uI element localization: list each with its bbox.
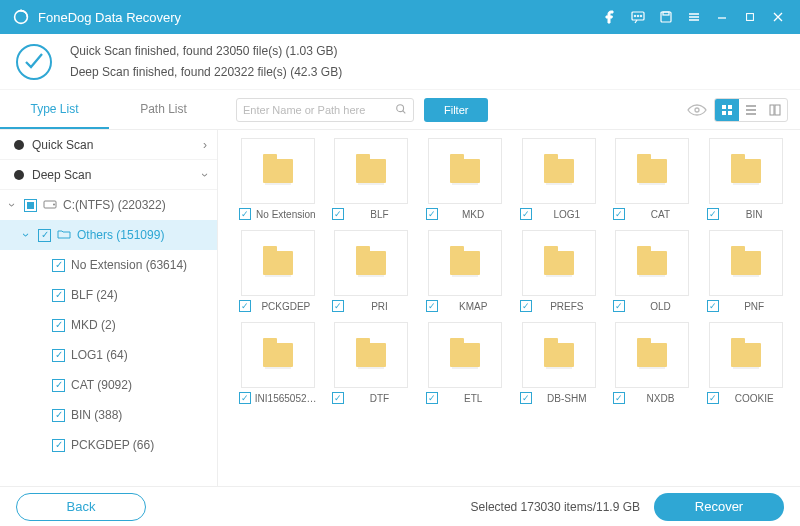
tree-item[interactable]: LOG1 (64) (0, 340, 217, 370)
folder-thumbnail[interactable] (709, 138, 783, 204)
checkbox[interactable] (332, 392, 344, 404)
checkbox[interactable] (613, 300, 625, 312)
folder-thumbnail[interactable] (522, 138, 596, 204)
checkbox[interactable] (52, 409, 65, 422)
checkbox[interactable] (426, 300, 438, 312)
search-box[interactable] (236, 98, 414, 122)
grid-item[interactable]: PREFS (517, 230, 601, 312)
grid-item[interactable]: PNF (704, 230, 788, 312)
grid-item[interactable]: DTF (330, 322, 414, 404)
tree-item[interactable]: MKD (2) (0, 310, 217, 340)
tree-others[interactable]: › Others (151099) (0, 220, 217, 250)
minimize-icon[interactable] (708, 3, 736, 31)
grid-item-label: CAT (629, 209, 691, 220)
folder-thumbnail[interactable] (615, 230, 689, 296)
sidebar-deep-scan[interactable]: Deep Scan › (0, 160, 217, 190)
grid-item[interactable]: PCKGDEP (236, 230, 320, 312)
checkbox[interactable] (520, 300, 532, 312)
grid-item[interactable]: PRI (330, 230, 414, 312)
grid-item-label: DB-SHM (536, 393, 598, 404)
folder-thumbnail[interactable] (241, 230, 315, 296)
search-input[interactable] (243, 104, 395, 116)
checkbox[interactable] (52, 349, 65, 362)
tab-type-list[interactable]: Type List (0, 90, 109, 129)
folder-thumbnail[interactable] (241, 322, 315, 388)
folder-thumbnail[interactable] (334, 322, 408, 388)
checkbox[interactable] (239, 300, 251, 312)
grid-item[interactable]: No Extension (236, 138, 320, 220)
view-grid-icon[interactable] (715, 99, 739, 121)
checkbox[interactable] (332, 208, 344, 220)
folder-thumbnail[interactable] (709, 322, 783, 388)
folder-thumbnail[interactable] (428, 322, 502, 388)
checkbox[interactable] (332, 300, 344, 312)
checkbox[interactable] (707, 392, 719, 404)
grid-item[interactable]: MKD (423, 138, 507, 220)
folder-thumbnail[interactable] (241, 138, 315, 204)
folder-thumbnail[interactable] (522, 230, 596, 296)
grid-item[interactable]: COOKIE (704, 322, 788, 404)
folder-icon (263, 343, 293, 367)
folder-thumbnail[interactable] (334, 230, 408, 296)
grid-item[interactable]: ETL (423, 322, 507, 404)
checkbox[interactable] (426, 392, 438, 404)
checkbox[interactable] (520, 208, 532, 220)
grid-item[interactable]: BLF (330, 138, 414, 220)
grid-item-label: PREFS (536, 301, 598, 312)
folder-thumbnail[interactable] (709, 230, 783, 296)
folder-thumbnail[interactable] (428, 230, 502, 296)
grid-item[interactable]: INI1565052569 (236, 322, 320, 404)
grid-item[interactable]: KMAP (423, 230, 507, 312)
checkbox[interactable] (239, 392, 251, 404)
grid-item[interactable]: BIN (704, 138, 788, 220)
tree-item[interactable]: No Extension (63614) (0, 250, 217, 280)
save-icon[interactable] (652, 3, 680, 31)
tree-item[interactable]: BLF (24) (0, 280, 217, 310)
checkbox[interactable] (613, 208, 625, 220)
checkbox[interactable] (426, 208, 438, 220)
checkbox[interactable] (613, 392, 625, 404)
checkbox[interactable] (52, 379, 65, 392)
checkbox[interactable] (520, 392, 532, 404)
checkbox[interactable] (38, 229, 51, 242)
back-button[interactable]: Back (16, 493, 146, 521)
tree-label: BIN (388) (71, 408, 122, 422)
folder-thumbnail[interactable] (334, 138, 408, 204)
maximize-icon[interactable] (736, 3, 764, 31)
grid-item[interactable]: DB-SHM (517, 322, 601, 404)
folder-thumbnail[interactable] (615, 322, 689, 388)
close-icon[interactable] (764, 3, 792, 31)
search-icon[interactable] (395, 101, 407, 119)
checkbox[interactable] (707, 300, 719, 312)
checkbox[interactable] (52, 259, 65, 272)
view-list-icon[interactable] (739, 99, 763, 121)
tab-path-list[interactable]: Path List (109, 90, 218, 129)
tree-drive[interactable]: › C:(NTFS) (220322) (0, 190, 217, 220)
svg-point-11 (695, 108, 699, 112)
grid-item[interactable]: OLD (611, 230, 695, 312)
view-detail-icon[interactable] (763, 99, 787, 121)
folder-thumbnail[interactable] (522, 322, 596, 388)
tree-item[interactable]: PCKGDEP (66) (0, 430, 217, 460)
checkbox[interactable] (24, 199, 37, 212)
preview-eye-icon[interactable] (686, 99, 708, 121)
filter-button[interactable]: Filter (424, 98, 488, 122)
checkbox[interactable] (239, 208, 251, 220)
checkbox[interactable] (52, 289, 65, 302)
folder-thumbnail[interactable] (615, 138, 689, 204)
grid-item[interactable]: CAT (611, 138, 695, 220)
tree-item[interactable]: BIN (388) (0, 400, 217, 430)
grid-item-label: BIN (723, 209, 785, 220)
facebook-icon[interactable] (596, 3, 624, 31)
recover-button[interactable]: Recover (654, 493, 784, 521)
checkbox[interactable] (707, 208, 719, 220)
menu-icon[interactable] (680, 3, 708, 31)
folder-thumbnail[interactable] (428, 138, 502, 204)
grid-item[interactable]: NXDB (611, 322, 695, 404)
tree-item[interactable]: CAT (9092) (0, 370, 217, 400)
sidebar-quick-scan[interactable]: Quick Scan › (0, 130, 217, 160)
checkbox[interactable] (52, 319, 65, 332)
feedback-icon[interactable] (624, 3, 652, 31)
grid-item[interactable]: LOG1 (517, 138, 601, 220)
checkbox[interactable] (52, 439, 65, 452)
